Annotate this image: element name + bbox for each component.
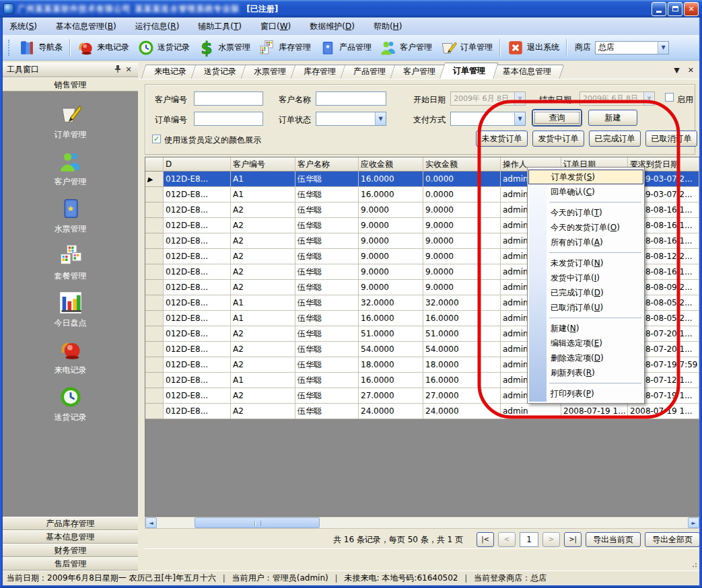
order-status-select[interactable]: ▼ — [316, 112, 386, 126]
menubar-item[interactable]: 系统(S) — [9, 21, 37, 32]
toolbar-order-button[interactable]: 订单管理 — [436, 37, 497, 59]
tab-scroll-chevron-down-icon[interactable]: ▼ — [674, 66, 679, 75]
context-menu-item[interactable]: 打印列表(P) — [528, 386, 644, 401]
tab-close-icon[interactable]: ✕ — [688, 66, 694, 75]
sidebar-item-order-mgmt[interactable]: 订单管理 — [55, 102, 87, 141]
start-date-picker[interactable]: 2009年 6月 8日 ▼ — [450, 91, 526, 106]
context-menu-item[interactable]: 回单确认(C) — [528, 184, 644, 199]
sidebar-item-today-stocktake[interactable]: 今日盘点 — [55, 291, 87, 329]
context-menu-item[interactable]: 新建(N) — [528, 321, 644, 336]
table-column-header[interactable] — [145, 157, 164, 172]
export-all-pages-button[interactable]: 导出全部页 — [645, 532, 700, 547]
page-number-input[interactable]: 1 — [520, 532, 538, 547]
context-menu-item[interactable]: 刷新列表(R) — [528, 365, 644, 380]
menubar-item[interactable]: 数据维护(D) — [310, 21, 355, 32]
sidebar-section-bar[interactable]: 基本信息管理 — [3, 530, 138, 544]
menubar-item[interactable]: 窗口(W) — [260, 21, 291, 32]
order-status-filter-button[interactable]: 发货中订单 — [532, 131, 584, 147]
customer-name-input[interactable] — [316, 91, 386, 106]
tab[interactable]: 产品管理 — [343, 65, 396, 79]
sidebar-section-bar[interactable]: 财务管理 — [3, 544, 138, 557]
toolbar-delivery-log-button[interactable]: 送货记录 — [133, 37, 194, 59]
sidebar-item-package-mgmt[interactable]: 套餐管理 — [55, 244, 87, 282]
toolbar-navbar-button[interactable]: 导航条 — [14, 37, 67, 59]
toolbar-water-ticket-button[interactable]: $ 水票管理 — [194, 37, 254, 59]
scrollbar-thumb[interactable] — [195, 517, 320, 528]
chevron-down-icon[interactable]: ▼ — [643, 92, 654, 105]
context-menu-item[interactable]: 删除选定项(D) — [528, 351, 644, 365]
table-column-header[interactable]: 实收金额 — [423, 157, 501, 172]
tab[interactable]: 客户管理 — [392, 65, 446, 79]
sidebar-item-customer-mgmt[interactable]: 客户管理 — [55, 149, 87, 188]
resize-grip[interactable] — [692, 561, 699, 568]
chevron-down-icon[interactable]: ▼ — [658, 42, 668, 54]
toolbar-inventory-button[interactable]: 库存管理 — [254, 37, 315, 59]
order-status-filter-button[interactable]: 已取消订单 — [645, 131, 697, 147]
table-column-header[interactable]: 客户编号 — [231, 157, 295, 172]
scroll-right-icon[interactable]: ► — [688, 517, 699, 528]
close-icon[interactable]: ✕ — [123, 65, 134, 74]
order-no-input[interactable] — [194, 112, 263, 126]
sidebar-section-bar[interactable]: 售后管理 — [3, 557, 138, 571]
end-date-picker[interactable]: 2009年 6月 8日 ▼ — [580, 91, 655, 106]
first-page-button[interactable]: |< — [477, 532, 494, 547]
query-button[interactable]: 查询 — [532, 110, 582, 126]
table-row[interactable]: 012D-E8... A2 伍华聪 24.0000 24.0000 admin … — [145, 404, 699, 419]
tab[interactable]: 基本信息管理 — [492, 65, 562, 79]
order-status-filter-button[interactable]: 已完成订单 — [589, 131, 641, 147]
toolbar-product-button[interactable]: 产品管理 — [315, 37, 376, 59]
table-column-header[interactable]: D — [164, 157, 231, 172]
customer-no-input[interactable] — [194, 91, 263, 106]
pay-method-select[interactable]: ▼ — [450, 112, 526, 126]
scroll-left-icon[interactable]: ◄ — [145, 517, 157, 528]
order-status-filter-button[interactable]: 未发货订单 — [476, 131, 528, 147]
delivery-color-checkbox[interactable]: ✓ — [152, 135, 161, 143]
sidebar-section-bar[interactable]: 产品库存管理 — [3, 517, 138, 530]
next-page-button[interactable]: > — [542, 532, 560, 547]
horizontal-scrollbar[interactable]: ◄ ► — [145, 517, 700, 529]
context-menu-item[interactable]: 已取消订单(U) — [528, 300, 644, 315]
scrollbar-track[interactable] — [157, 517, 688, 528]
tab[interactable]: 库存管理 — [293, 65, 347, 79]
table-column-header[interactable]: 客户名称 — [295, 157, 359, 172]
pin-icon[interactable] — [112, 65, 123, 75]
context-menu-item[interactable]: 未发货订单(N) — [528, 256, 644, 270]
shop-select[interactable]: 总店 ▼ — [595, 41, 669, 54]
context-menu-item[interactable]: 发货中订单(I) — [528, 270, 644, 285]
tab[interactable]: 订单管理 — [442, 63, 496, 79]
export-current-page-button[interactable]: 导出当前页 — [586, 532, 641, 547]
close-button[interactable]: ✕ — [684, 2, 699, 16]
context-menu-item[interactable]: 所有的订单(A) — [528, 235, 644, 250]
context-menu-item[interactable]: 今天的发货订单(O) — [528, 220, 644, 235]
prev-page-button[interactable]: < — [498, 532, 516, 547]
maximize-button[interactable] — [668, 2, 682, 16]
toolbar-exit-button[interactable]: 退出系统 — [503, 37, 563, 59]
minimize-button[interactable] — [652, 2, 666, 16]
toolbar-grip[interactable] — [8, 40, 11, 56]
last-page-button[interactable]: >| — [564, 532, 582, 547]
sidebar-item-delivery-log[interactable]: 送货记录 — [55, 385, 87, 423]
context-menu-item[interactable]: 订单发货(S) — [528, 170, 643, 184]
menubar-item[interactable]: 帮助(H) — [374, 21, 402, 32]
chevron-down-icon[interactable]: ▼ — [375, 112, 386, 125]
tab[interactable]: 水票管理 — [243, 65, 297, 79]
chevron-down-icon[interactable]: ▼ — [514, 112, 525, 125]
context-menu-item[interactable]: 编辑选定项(E) — [528, 336, 644, 351]
toolbar-call-log-button[interactable]: 来电记录 — [73, 37, 133, 59]
sidebar-section-sales[interactable]: 销售管理 — [3, 77, 138, 91]
menubar-item[interactable]: 辅助工具(T) — [198, 21, 242, 32]
tab[interactable]: 送货记录 — [193, 65, 247, 79]
row-selector-cell — [145, 357, 164, 373]
sidebar-item-water-ticket-mgmt[interactable]: 水票管理 — [55, 196, 87, 235]
sidebar-item-call-log[interactable]: 来电记录 — [55, 338, 87, 376]
chevron-down-icon[interactable]: ▼ — [514, 92, 525, 105]
context-menu-item[interactable]: 今天的订单(T) — [528, 205, 644, 220]
context-menu-item[interactable]: 已完成订单(D) — [528, 285, 644, 300]
enable-checkbox[interactable] — [665, 93, 674, 102]
new-button[interactable]: 新建 — [588, 110, 637, 126]
table-column-header[interactable]: 应收金额 — [359, 157, 423, 172]
menubar-item[interactable]: 基本信息管理(B) — [56, 21, 116, 32]
menubar-item[interactable]: 运行信息(R) — [135, 21, 180, 32]
tab[interactable]: 来电记录 — [143, 65, 197, 79]
toolbar-customer-button[interactable]: 客户管理 — [376, 37, 436, 59]
